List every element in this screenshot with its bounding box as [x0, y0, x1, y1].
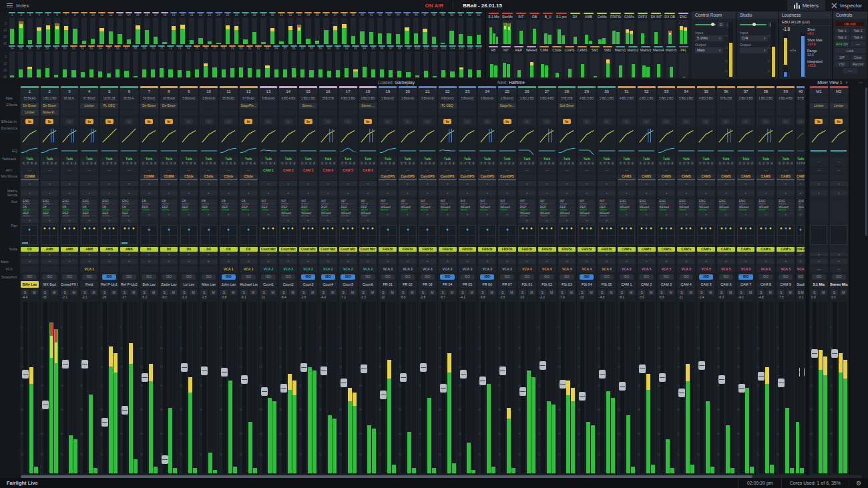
talkback-bus-button[interactable]: 2 [662, 162, 666, 165]
solo-button[interactable]: S [340, 290, 347, 295]
bus-meter[interactable]: WFeed [525, 45, 537, 78]
fader-handle[interactable] [639, 364, 646, 373]
effect-plugin[interactable] [220, 103, 238, 109]
add-aux-send-button[interactable]: + [320, 218, 337, 223]
afv-button[interactable]: — [598, 168, 616, 174]
slider-knob[interactable] [752, 23, 756, 26]
pan-grid[interactable] [538, 225, 556, 245]
afv-button[interactable]: — [459, 168, 477, 174]
pan-grid[interactable] [260, 225, 277, 245]
channel-number[interactable]: 26 [518, 86, 536, 95]
effect-plugin[interactable] [399, 103, 417, 109]
aux-send[interactable]: INT [439, 200, 456, 205]
mute-button[interactable]: M [687, 290, 694, 295]
talkback-talk-button[interactable]: Talk [160, 157, 178, 162]
add-aux-send-button[interactable]: + [81, 218, 97, 223]
channel-number[interactable]: 40 [797, 86, 805, 95]
add-matrix-send-button[interactable]: + [61, 190, 78, 196]
dynamics-graph[interactable] [717, 126, 735, 145]
add-aux-send-button[interactable]: + [618, 212, 635, 217]
mix-minus-tag[interactable] [260, 174, 278, 180]
iso-button[interactable]: ISO [520, 274, 534, 280]
aux-send[interactable]: REP [320, 206, 337, 211]
add-subs-button[interactable]: + [21, 252, 39, 256]
bus-meter[interactable]: 5.1 pre [555, 12, 568, 45]
mute-button[interactable]: M [568, 290, 575, 295]
aux-send[interactable]: WFeed [658, 206, 675, 211]
channel-name[interactable]: Zadie Lav [160, 281, 178, 288]
talkback-bus-button[interactable]: 3 [408, 162, 411, 165]
aux-send[interactable]: WFeed [598, 212, 615, 217]
talkback-talk-button[interactable]: Talk [379, 157, 397, 162]
talkback-talk-button[interactable]: Talk [200, 157, 218, 162]
control-button-clear[interactable]: Clear [851, 55, 865, 60]
vca-assign[interactable]: VCA 3 [399, 266, 417, 272]
effects-in-button[interactable]: In [622, 119, 630, 124]
eq-graph[interactable] [339, 146, 357, 156]
vca-assign[interactable] [140, 266, 158, 272]
eq-graph[interactable] [558, 146, 576, 156]
fader-track[interactable] [282, 302, 286, 473]
effects-in-button[interactable]: In [503, 119, 511, 124]
channel-input-patch[interactable]: 57:BlckD [240, 95, 258, 102]
aux-send[interactable]: REP [220, 206, 237, 211]
add-subs-button[interactable]: + [160, 252, 178, 256]
pan-grid[interactable] [737, 225, 754, 245]
channel-input-patch[interactable]: 55:BlckD [220, 95, 238, 102]
effects-in-button[interactable]: In [583, 119, 591, 124]
iso-button[interactable]: ISO [500, 274, 514, 280]
solo-button[interactable]: S [718, 290, 725, 295]
effects-in-button[interactable]: In [344, 119, 352, 124]
add-subs-button[interactable]: + [419, 252, 437, 256]
aux-send[interactable]: REP [280, 206, 296, 211]
vca-assign[interactable]: VCA 1 [220, 266, 238, 272]
add-main-button[interactable]: + [21, 259, 38, 264]
dynamics-graph[interactable] [240, 126, 258, 145]
subs-assign-tag[interactable]: CAM's [677, 247, 695, 252]
effect-plugin[interactable] [200, 109, 218, 115]
eq-graph[interactable] [21, 146, 39, 156]
add-aux-send-button[interactable]: + [738, 212, 754, 217]
fader-handle[interactable] [181, 363, 188, 372]
solo-button[interactable]: S [200, 290, 208, 295]
add-main-button[interactable]: + [81, 259, 97, 264]
channel-name[interactable]: CAM 1 [618, 281, 636, 288]
subs-assign-tag[interactable]: FR/FSt [439, 247, 457, 252]
effect-plugin[interactable] [538, 103, 556, 109]
talkback-bus-button[interactable]: 3 [368, 162, 371, 165]
add-main-button[interactable]: + [419, 259, 436, 264]
pan-grid[interactable] [160, 225, 178, 245]
add-matrix-send-button[interactable]: + [479, 190, 495, 196]
mute-button[interactable]: M [648, 290, 655, 295]
talkback-bus-button[interactable]: 1 [380, 162, 383, 165]
mute-button[interactable]: M [150, 290, 158, 295]
talkback-talk-button[interactable]: Talk [697, 157, 715, 162]
pan-grid[interactable] [439, 225, 456, 245]
effect-plugin[interactable] [558, 109, 576, 115]
talkback-bus-button[interactable]: 3 [428, 162, 431, 165]
aux-send[interactable]: WFeed [678, 206, 694, 211]
afv-button[interactable]: — [200, 168, 218, 174]
aux-send[interactable]: FB [180, 200, 197, 205]
aux-send[interactable]: FB [121, 206, 138, 211]
subs-assign-tag[interactable]: AMB [61, 247, 79, 252]
talkback-bus-button[interactable]: 2 [364, 162, 367, 165]
add-subs-button[interactable]: + [200, 252, 218, 256]
fader-track[interactable] [481, 302, 485, 473]
effect-plugin[interactable] [677, 109, 695, 115]
mix-minus-tag[interactable]: CAMS [677, 174, 695, 180]
mix-minus-tag[interactable] [518, 174, 536, 180]
talkback-bus-button[interactable]: 2 [563, 162, 566, 165]
subs-assign-tag[interactable]: DXFX [797, 247, 805, 252]
subs-assign-tag[interactable] [830, 247, 848, 252]
fader-track[interactable] [720, 302, 724, 473]
aux-send[interactable]: REP [200, 206, 217, 211]
bus-meter[interactable]: B_U [541, 12, 554, 45]
add-subs-button[interactable]: + [658, 252, 676, 256]
talkback-bus-button[interactable]: 2 [384, 162, 387, 165]
pan-grid[interactable] [678, 225, 695, 245]
afv-button[interactable]: — [478, 168, 496, 174]
talkback-bus-button[interactable]: 3 [89, 162, 93, 165]
fader-track[interactable] [202, 302, 206, 473]
mute-button[interactable]: M [70, 290, 77, 295]
